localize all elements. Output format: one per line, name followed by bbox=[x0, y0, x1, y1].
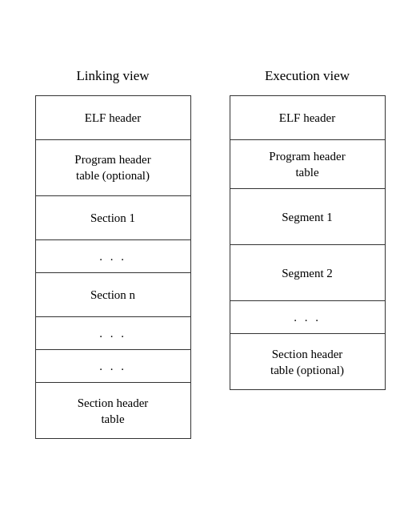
execution-dots-1: . . . bbox=[230, 301, 385, 334]
execution-segment-2: Segment 2 bbox=[230, 245, 385, 301]
execution-program-header: Program headertable bbox=[230, 139, 385, 189]
execution-view-title: Execution view bbox=[265, 68, 350, 84]
table-row: ELF header bbox=[35, 95, 190, 139]
linking-view-title: Linking view bbox=[76, 68, 149, 84]
linking-elf-header: ELF header bbox=[35, 95, 190, 139]
table-row: ELF header bbox=[230, 95, 385, 139]
linking-dots-2: . . . bbox=[35, 316, 190, 349]
execution-section-header: Section headertable (optional) bbox=[230, 334, 385, 390]
table-row: . . . bbox=[230, 301, 385, 334]
table-row: Section 1 bbox=[35, 195, 190, 239]
table-row: Section n bbox=[35, 272, 190, 316]
linking-section-1: Section 1 bbox=[35, 195, 190, 239]
execution-view-column: Execution view ELF header Program header… bbox=[230, 68, 386, 391]
execution-segment-1: Segment 1 bbox=[230, 189, 385, 245]
execution-elf-header: ELF header bbox=[230, 95, 385, 139]
linking-program-header: Program headertable (optional) bbox=[35, 139, 190, 195]
table-row: Section headertable bbox=[35, 383, 190, 439]
table-row: . . . bbox=[35, 239, 190, 272]
table-row: Program headertable (optional) bbox=[35, 139, 190, 195]
table-row: . . . bbox=[35, 350, 190, 383]
table-row: . . . bbox=[35, 316, 190, 349]
linking-section-header: Section headertable bbox=[35, 383, 190, 439]
linking-dots-3: . . . bbox=[35, 350, 190, 383]
linking-view-column: Linking view ELF header Program headerta… bbox=[35, 68, 191, 440]
table-row: Program headertable bbox=[230, 139, 385, 189]
linking-dots-1: . . . bbox=[35, 239, 190, 272]
linking-view-table: ELF header Program headertable (optional… bbox=[35, 95, 191, 440]
table-row: Segment 2 bbox=[230, 245, 385, 301]
linking-section-n: Section n bbox=[35, 272, 190, 316]
table-row: Section headertable (optional) bbox=[230, 334, 385, 390]
diagram-container: Linking view ELF header Program headerta… bbox=[3, 44, 418, 464]
table-row: Segment 1 bbox=[230, 189, 385, 245]
execution-view-table: ELF header Program headertable Segment 1… bbox=[230, 95, 386, 391]
